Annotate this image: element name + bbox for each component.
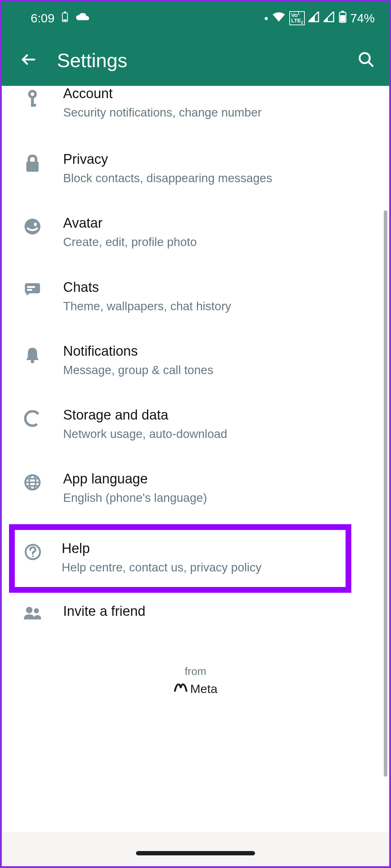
- svg-rect-5: [340, 15, 345, 22]
- item-subtitle: Theme, wallpapers, chat history: [63, 298, 375, 315]
- item-subtitle: Security notifications, change number: [63, 104, 375, 121]
- footer-brand: Meta: [2, 682, 389, 696]
- item-title: Help: [62, 541, 338, 556]
- svg-point-25: [32, 556, 34, 557]
- battery-percent: 74%: [350, 11, 375, 25]
- data-icon: [24, 410, 41, 428]
- item-subtitle: English (phone's language): [63, 490, 375, 506]
- app-header: Settings: [2, 34, 389, 86]
- svg-rect-16: [27, 289, 32, 291]
- lte-badge: Vo1LTE2: [289, 11, 305, 25]
- settings-item-avatar[interactable]: Avatar Create, edit, profile photo: [2, 201, 389, 265]
- wifi-icon: [272, 12, 286, 25]
- item-subtitle: Create, edit, profile photo: [63, 234, 375, 250]
- page-title: Settings: [57, 49, 338, 71]
- signal-icon-2: [324, 12, 335, 25]
- settings-item-notifications[interactable]: Notifications Message, group & call tone…: [2, 329, 389, 393]
- footer: from Meta: [2, 651, 389, 718]
- settings-item-privacy[interactable]: Privacy Block contacts, disappearing mes…: [2, 137, 389, 201]
- settings-item-storage[interactable]: Storage and data Network usage, auto-dow…: [2, 393, 389, 457]
- svg-rect-10: [31, 104, 36, 106]
- item-title: Chats: [63, 280, 375, 295]
- item-title: Invite a friend: [63, 604, 375, 619]
- dot-icon: ●: [264, 14, 268, 22]
- svg-point-8: [31, 92, 34, 96]
- svg-rect-4: [341, 11, 344, 12]
- svg-point-27: [34, 608, 39, 613]
- meta-icon: [173, 682, 188, 696]
- cloud-icon: [75, 11, 90, 25]
- svg-point-13: [34, 223, 37, 226]
- svg-point-18: [24, 410, 41, 427]
- key-icon: [25, 89, 40, 110]
- svg-point-17: [31, 360, 34, 363]
- item-subtitle: Help centre, contact us, privacy policy: [62, 559, 338, 576]
- battery-icon: [339, 11, 347, 26]
- settings-list: Account Security notifications, change n…: [2, 86, 389, 866]
- globe-icon: [24, 474, 41, 492]
- item-title: Account: [63, 86, 375, 101]
- lock-icon: [25, 154, 40, 174]
- system-nav-area: [2, 832, 389, 866]
- highlight-annotation: Help Help centre, contact us, privacy po…: [9, 524, 351, 592]
- help-icon: [25, 544, 41, 562]
- avatar-icon: [24, 218, 41, 236]
- status-left: 6:09: [31, 11, 90, 25]
- svg-point-26: [26, 607, 32, 613]
- bell-icon: [25, 346, 40, 365]
- scrollbar[interactable]: [384, 210, 387, 777]
- item-title: Avatar: [63, 215, 375, 231]
- svg-rect-14: [25, 283, 40, 293]
- settings-item-invite[interactable]: Invite a friend: [2, 593, 389, 636]
- settings-item-language[interactable]: App language English (phone's language): [2, 457, 389, 521]
- meta-label: Meta: [190, 682, 218, 696]
- status-bar: 6:09 ● Vo1LTE2 74%: [2, 2, 389, 34]
- item-subtitle: Network usage, auto-download: [63, 426, 375, 442]
- item-title: Storage and data: [63, 407, 375, 423]
- svg-rect-2: [63, 19, 67, 21]
- item-title: Privacy: [63, 152, 375, 167]
- item-subtitle: Message, group & call tones: [63, 362, 375, 378]
- settings-item-account[interactable]: Account Security notifications, change n…: [2, 86, 389, 137]
- signal-icon-1: [308, 12, 320, 25]
- status-right: ● Vo1LTE2 74%: [264, 11, 375, 26]
- svg-rect-15: [27, 286, 35, 288]
- settings-item-chats[interactable]: Chats Theme, wallpapers, chat history: [2, 265, 389, 329]
- search-button[interactable]: [357, 51, 375, 70]
- status-time: 6:09: [31, 11, 54, 25]
- battery-small-icon: [62, 11, 68, 25]
- settings-item-help[interactable]: Help Help centre, contact us, privacy po…: [15, 537, 346, 579]
- item-subtitle: Block contacts, disappearing messages: [63, 170, 375, 187]
- svg-rect-1: [64, 12, 66, 13]
- people-icon: [23, 606, 42, 622]
- item-title: Notifications: [63, 343, 375, 359]
- back-button[interactable]: [20, 51, 37, 70]
- svg-rect-11: [26, 162, 39, 172]
- chat-icon: [24, 282, 41, 298]
- footer-from-label: from: [2, 665, 389, 678]
- nav-pill[interactable]: [136, 851, 255, 855]
- item-title: App language: [63, 471, 375, 487]
- svg-point-12: [25, 219, 40, 234]
